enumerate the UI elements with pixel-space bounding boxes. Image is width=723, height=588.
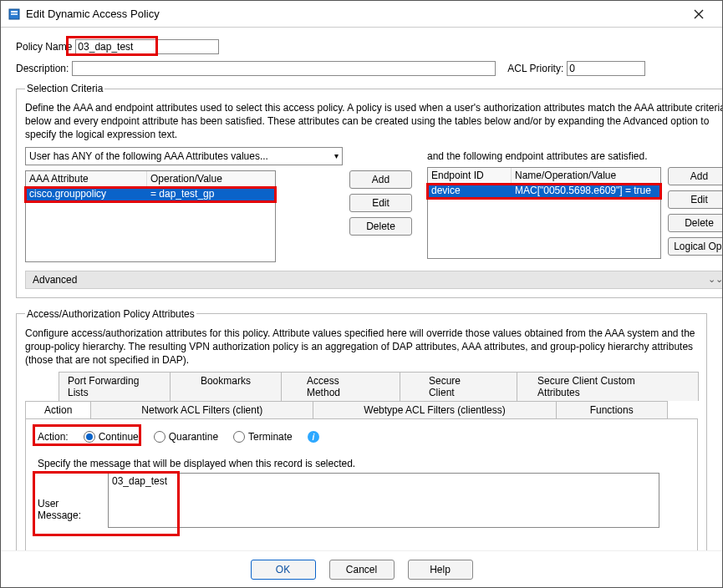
action-quarantine-radio[interactable]: Quarantine: [154, 431, 218, 443]
aaa-edit-button[interactable]: Edit: [349, 194, 412, 212]
tab-port-forwarding[interactable]: Port Forwarding Lists: [59, 372, 171, 401]
logical-op-button[interactable]: Logical Op.: [668, 237, 722, 256]
access-auth-help: Configure access/authorization attribute…: [25, 327, 698, 368]
aaa-delete-button[interactable]: Delete: [349, 217, 412, 236]
policy-name-label: Policy Name: [16, 41, 72, 53]
selection-help-text: Define the AAA and endpoint attributes u…: [25, 101, 722, 142]
radio-icon: [84, 431, 95, 443]
aaa-add-button[interactable]: Add: [349, 170, 412, 189]
tab-secure-client[interactable]: Secure Client: [400, 372, 517, 401]
advanced-toggle[interactable]: Advanced ⌄⌄: [25, 271, 722, 289]
acl-priority-label: ACL Priority:: [507, 63, 563, 74]
tab-network-acl[interactable]: Network ACL Filters (client): [90, 401, 313, 418]
user-message-input[interactable]: 03_dap_test: [108, 473, 659, 528]
aaa-col-operation[interactable]: Operation/Value: [147, 171, 275, 186]
info-icon[interactable]: i: [308, 431, 319, 443]
tab-secure-client-custom[interactable]: Secure Client Custom Attributes: [517, 372, 699, 401]
radio-icon: [154, 431, 165, 443]
table-row[interactable]: cisco.grouppolicy = dap_test_gp: [26, 187, 275, 200]
endpoint-label: and the following endpoint attributes ar…: [427, 147, 722, 162]
dialog-footer: OK Cancel Help: [1, 550, 722, 587]
endpoint-row-id: device: [428, 184, 512, 197]
user-message-help: Specify the message that will be display…: [38, 458, 685, 469]
aaa-row-op: = dap_test_gp: [147, 187, 275, 200]
action-continue-label: Continue: [99, 431, 139, 443]
user-message-label: User Message:: [38, 473, 104, 521]
svg-rect-1: [11, 11, 18, 13]
action-tab-panel: Action: Continue Quarantine Terminate: [25, 418, 698, 550]
aaa-mode-value: User has ANY of the following AAA Attrib…: [29, 150, 268, 162]
description-label: Description:: [16, 63, 69, 74]
action-quarantine-label: Quarantine: [169, 431, 218, 443]
action-terminate-radio[interactable]: Terminate: [233, 431, 293, 443]
close-button[interactable]: [682, 2, 715, 27]
endpoint-col-id[interactable]: Endpoint ID: [428, 168, 512, 183]
app-icon: [8, 8, 21, 21]
access-auth-group: Access/Authorization Policy Attributes C…: [16, 308, 707, 550]
expand-icon: ⌄⌄: [708, 274, 722, 285]
action-label: Action:: [38, 431, 69, 443]
selection-criteria-legend: Selection Criteria: [25, 83, 104, 94]
tab-bookmarks[interactable]: Bookmarks: [170, 372, 282, 401]
svg-rect-2: [11, 13, 18, 15]
cancel-button[interactable]: Cancel: [329, 560, 395, 580]
endpoint-edit-button[interactable]: Edit: [668, 190, 722, 209]
selection-criteria-group: Selection Criteria Define the AAA and en…: [16, 83, 722, 298]
endpoint-col-op[interactable]: Name/Operation/Value: [512, 168, 660, 183]
advanced-label: Advanced: [33, 274, 77, 286]
endpoint-add-button[interactable]: Add: [668, 167, 722, 185]
help-button[interactable]: Help: [408, 560, 473, 580]
aaa-mode-select[interactable]: User has ANY of the following AAA Attrib…: [25, 147, 343, 165]
access-auth-legend: Access/Authorization Policy Attributes: [25, 308, 196, 320]
titlebar: Edit Dynamic Access Policy: [1, 1, 722, 28]
aaa-attribute-table[interactable]: AAA Attribute Operation/Value cisco.grou…: [25, 170, 276, 262]
endpoint-attribute-table[interactable]: Endpoint ID Name/Operation/Value device …: [427, 167, 661, 259]
action-continue-radio[interactable]: Continue: [84, 431, 139, 443]
tab-access-method[interactable]: Access Method: [281, 372, 400, 401]
policy-name-input[interactable]: [75, 39, 219, 54]
radio-icon: [233, 431, 245, 443]
tab-webtype-acl[interactable]: Webtype ACL Filters (clientless): [313, 401, 556, 418]
table-row[interactable]: device MAC["0050.5698.e609"] = true: [428, 184, 660, 197]
ok-button[interactable]: OK: [251, 560, 316, 580]
tab-functions[interactable]: Functions: [556, 401, 668, 418]
dialog-window: Edit Dynamic Access Policy Policy Name D…: [0, 0, 723, 588]
acl-priority-input[interactable]: [567, 61, 645, 76]
endpoint-row-op: MAC["0050.5698.e609"] = true: [512, 184, 660, 197]
dialog-content: Policy Name Description: ACL Priority: S…: [1, 28, 722, 550]
chevron-down-icon: ▾: [334, 151, 339, 160]
window-title: Edit Dynamic Access Policy: [26, 8, 682, 20]
action-terminate-label: Terminate: [248, 431, 293, 443]
endpoint-delete-button[interactable]: Delete: [668, 214, 722, 232]
aaa-row-attr: cisco.grouppolicy: [26, 187, 147, 200]
description-input[interactable]: [72, 61, 496, 76]
tab-action[interactable]: Action: [25, 401, 91, 418]
aaa-col-attribute[interactable]: AAA Attribute: [26, 171, 147, 186]
